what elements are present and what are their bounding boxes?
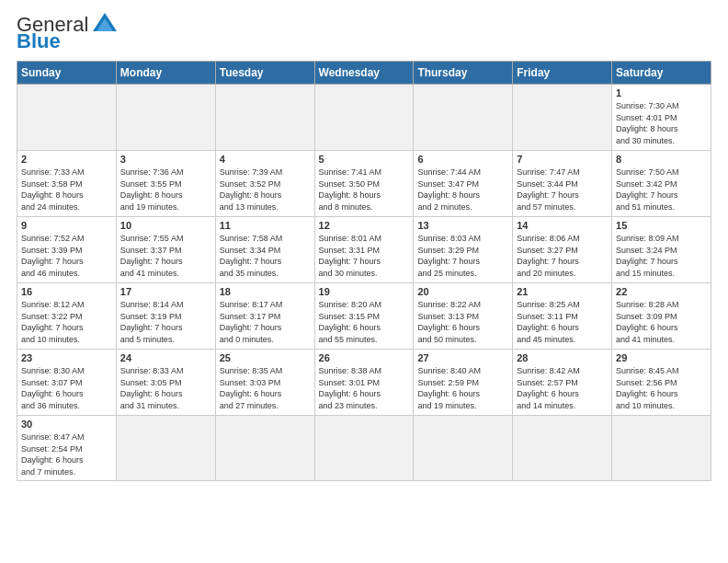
day-number: 17 [120,286,211,297]
day-cell: 27Sunrise: 8:40 AM Sunset: 2:59 PM Dayli… [414,350,513,416]
day-info: Sunrise: 7:52 AM Sunset: 3:39 PM Dayligh… [21,233,112,279]
logo: General Blue [17,15,119,52]
page: General Blue SundayMondayTuesdayWednesda… [0,0,728,490]
day-cell [612,416,711,481]
day-cell: 26Sunrise: 8:38 AM Sunset: 3:01 PM Dayli… [314,350,414,416]
day-cell: 6Sunrise: 7:44 AM Sunset: 3:47 PM Daylig… [414,151,513,217]
day-cell [17,85,117,151]
day-cell [314,85,414,151]
weekday-thursday: Thursday [414,62,513,85]
day-cell: 5Sunrise: 7:41 AM Sunset: 3:50 PM Daylig… [314,151,414,217]
day-cell: 2Sunrise: 7:33 AM Sunset: 3:58 PM Daylig… [17,151,117,217]
week-row-6: 30Sunrise: 8:47 AM Sunset: 2:54 PM Dayli… [17,416,711,481]
day-info: Sunrise: 8:22 AM Sunset: 3:13 PM Dayligh… [417,299,508,345]
day-cell [215,85,314,151]
day-cell: 15Sunrise: 8:09 AM Sunset: 3:24 PM Dayli… [612,217,711,283]
day-cell [314,416,414,481]
day-info: Sunrise: 8:20 AM Sunset: 3:15 PM Dayligh… [319,299,410,345]
day-info: Sunrise: 8:40 AM Sunset: 2:59 PM Dayligh… [417,365,508,411]
weekday-friday: Friday [513,62,612,85]
week-row-1: 1Sunrise: 7:30 AM Sunset: 4:01 PM Daylig… [17,85,711,151]
day-number: 4 [220,154,311,165]
day-number: 28 [517,352,608,363]
header: General Blue [17,15,711,52]
day-number: 23 [21,352,112,363]
day-cell: 7Sunrise: 7:47 AM Sunset: 3:44 PM Daylig… [513,151,612,217]
day-cell: 12Sunrise: 8:01 AM Sunset: 3:31 PM Dayli… [314,217,414,283]
day-info: Sunrise: 7:41 AM Sunset: 3:50 PM Dayligh… [319,167,410,213]
day-number: 26 [319,352,410,363]
day-info: Sunrise: 7:55 AM Sunset: 3:37 PM Dayligh… [120,233,211,279]
day-cell: 4Sunrise: 7:39 AM Sunset: 3:52 PM Daylig… [215,151,314,217]
day-number: 15 [616,220,707,231]
day-cell: 17Sunrise: 8:14 AM Sunset: 3:19 PM Dayli… [116,283,215,350]
day-info: Sunrise: 8:25 AM Sunset: 3:11 PM Dayligh… [517,299,608,345]
week-row-5: 23Sunrise: 8:30 AM Sunset: 3:07 PM Dayli… [17,350,711,416]
day-info: Sunrise: 8:30 AM Sunset: 3:07 PM Dayligh… [21,365,112,411]
day-info: Sunrise: 7:30 AM Sunset: 4:01 PM Dayligh… [616,100,707,146]
day-number: 6 [417,154,508,165]
day-info: Sunrise: 8:42 AM Sunset: 2:57 PM Dayligh… [517,365,608,411]
day-cell: 3Sunrise: 7:36 AM Sunset: 3:55 PM Daylig… [116,151,215,217]
day-number: 11 [220,220,311,231]
day-number: 20 [417,286,508,297]
day-info: Sunrise: 7:44 AM Sunset: 3:47 PM Dayligh… [417,167,508,213]
day-number: 29 [616,352,707,363]
weekday-header-row: SundayMondayTuesdayWednesdayThursdayFrid… [17,62,711,85]
day-cell: 20Sunrise: 8:22 AM Sunset: 3:13 PM Dayli… [414,283,513,350]
day-info: Sunrise: 7:58 AM Sunset: 3:34 PM Dayligh… [220,233,311,279]
day-info: Sunrise: 8:47 AM Sunset: 2:54 PM Dayligh… [21,431,112,477]
day-cell: 18Sunrise: 8:17 AM Sunset: 3:17 PM Dayli… [215,283,314,350]
day-info: Sunrise: 8:35 AM Sunset: 3:03 PM Dayligh… [220,365,311,411]
calendar-table: SundayMondayTuesdayWednesdayThursdayFrid… [17,61,711,481]
day-info: Sunrise: 7:39 AM Sunset: 3:52 PM Dayligh… [220,167,311,213]
day-number: 8 [616,154,707,165]
day-number: 12 [319,220,410,231]
day-cell: 13Sunrise: 8:03 AM Sunset: 3:29 PM Dayli… [414,217,513,283]
logo-blue: Blue [17,31,61,52]
day-info: Sunrise: 8:28 AM Sunset: 3:09 PM Dayligh… [616,299,707,345]
day-number: 3 [120,154,211,165]
day-info: Sunrise: 8:12 AM Sunset: 3:22 PM Dayligh… [21,299,112,345]
day-cell: 28Sunrise: 8:42 AM Sunset: 2:57 PM Dayli… [513,350,612,416]
day-cell: 10Sunrise: 7:55 AM Sunset: 3:37 PM Dayli… [116,217,215,283]
day-info: Sunrise: 8:38 AM Sunset: 3:01 PM Dayligh… [319,365,410,411]
day-cell [414,416,513,481]
day-number: 21 [517,286,608,297]
day-info: Sunrise: 8:03 AM Sunset: 3:29 PM Dayligh… [417,233,508,279]
day-number: 13 [417,220,508,231]
day-cell [116,416,215,481]
day-info: Sunrise: 8:06 AM Sunset: 3:27 PM Dayligh… [517,233,608,279]
day-cell: 29Sunrise: 8:45 AM Sunset: 2:56 PM Dayli… [612,350,711,416]
weekday-sunday: Sunday [17,62,117,85]
day-cell: 14Sunrise: 8:06 AM Sunset: 3:27 PM Dayli… [513,217,612,283]
day-cell: 8Sunrise: 7:50 AM Sunset: 3:42 PM Daylig… [612,151,711,217]
day-cell [215,416,314,481]
day-number: 24 [120,352,211,363]
day-number: 2 [21,154,112,165]
day-info: Sunrise: 8:33 AM Sunset: 3:05 PM Dayligh… [120,365,211,411]
day-info: Sunrise: 7:33 AM Sunset: 3:58 PM Dayligh… [21,167,112,213]
weekday-tuesday: Tuesday [215,62,314,85]
day-number: 9 [21,220,112,231]
day-cell: 30Sunrise: 8:47 AM Sunset: 2:54 PM Dayli… [17,416,117,481]
day-number: 16 [21,286,112,297]
day-cell: 19Sunrise: 8:20 AM Sunset: 3:15 PM Dayli… [314,283,414,350]
day-cell [414,85,513,151]
day-cell: 22Sunrise: 8:28 AM Sunset: 3:09 PM Dayli… [612,283,711,350]
day-number: 18 [220,286,311,297]
day-info: Sunrise: 8:01 AM Sunset: 3:31 PM Dayligh… [319,233,410,279]
day-number: 1 [616,87,707,98]
day-info: Sunrise: 8:17 AM Sunset: 3:17 PM Dayligh… [220,299,311,345]
day-info: Sunrise: 8:45 AM Sunset: 2:56 PM Dayligh… [616,365,707,411]
day-cell: 23Sunrise: 8:30 AM Sunset: 3:07 PM Dayli… [17,350,117,416]
day-cell: 11Sunrise: 7:58 AM Sunset: 3:34 PM Dayli… [215,217,314,283]
day-info: Sunrise: 7:47 AM Sunset: 3:44 PM Dayligh… [517,167,608,213]
weekday-wednesday: Wednesday [314,62,414,85]
day-number: 27 [417,352,508,363]
day-info: Sunrise: 8:09 AM Sunset: 3:24 PM Dayligh… [616,233,707,279]
day-info: Sunrise: 7:50 AM Sunset: 3:42 PM Dayligh… [616,167,707,213]
day-info: Sunrise: 8:14 AM Sunset: 3:19 PM Dayligh… [120,299,211,345]
day-number: 30 [21,419,112,430]
day-cell: 16Sunrise: 8:12 AM Sunset: 3:22 PM Dayli… [17,283,117,350]
